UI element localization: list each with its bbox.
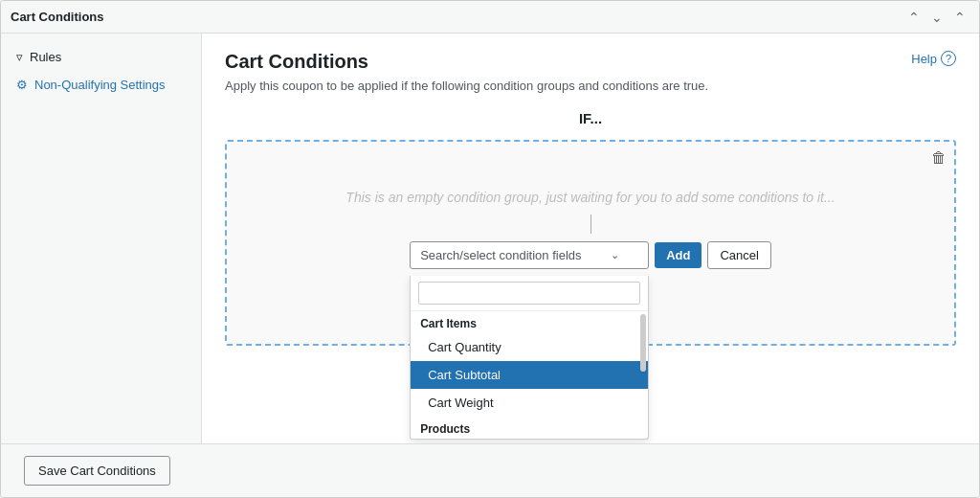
- window-title: Cart Conditions: [11, 10, 104, 24]
- help-label: Help: [911, 52, 937, 66]
- titlebar-up-btn[interactable]: ⌃: [904, 8, 924, 27]
- titlebar-expand-btn[interactable]: ⌃: [950, 8, 969, 27]
- filter-icon: ▿: [16, 50, 23, 64]
- dropdown-item-cart-subtotal[interactable]: Cart Subtotal: [411, 361, 648, 389]
- titlebar: Cart Conditions ⌃ ⌄ ⌃: [1, 1, 979, 34]
- dropdown-item-cart-weight[interactable]: Cart Weight: [411, 389, 648, 417]
- content-header: Cart Conditions Help ?: [225, 51, 956, 73]
- help-link[interactable]: Help ?: [911, 51, 956, 66]
- delete-group-button[interactable]: 🗑: [931, 149, 947, 167]
- content-area: Cart Conditions Help ? Apply this coupon…: [202, 34, 979, 443]
- subtitle: Apply this coupon to be applied if the f…: [225, 79, 956, 93]
- cancel-button[interactable]: Cancel: [707, 241, 770, 269]
- condition-group-inner: This is an empty condition group, just w…: [227, 142, 954, 344]
- sidebar-label-rules: Rules: [30, 50, 61, 64]
- app-window: Cart Conditions ⌃ ⌄ ⌃ ▿ Rules ⚙ Non-Qual…: [0, 0, 980, 498]
- dropdown-list: Cart Items Cart Quantity Cart Subtotal C…: [411, 311, 648, 439]
- main-layout: ▿ Rules ⚙ Non-Qualifying Settings Cart C…: [1, 34, 979, 443]
- chevron-down-icon: ⌄: [611, 249, 619, 261]
- sidebar-item-non-qualifying[interactable]: ⚙ Non-Qualifying Settings: [1, 71, 201, 99]
- empty-group-text: This is an empty condition group, just w…: [345, 161, 835, 215]
- sidebar: ▿ Rules ⚙ Non-Qualifying Settings: [1, 34, 202, 443]
- sidebar-item-rules[interactable]: ▿ Rules: [1, 43, 201, 71]
- dropdown-search-area: [411, 276, 648, 311]
- condition-select-display[interactable]: Search/select condition fields ⌄: [410, 241, 649, 269]
- add-button[interactable]: Add: [655, 242, 702, 268]
- condition-select-wrapper: Search/select condition fields ⌄ Cart It…: [410, 241, 649, 269]
- dropdown-group-cart-items: Cart Items: [411, 311, 648, 333]
- sidebar-label-non-qualifying: Non-Qualifying Settings: [34, 78, 166, 92]
- dropdown-scrollbar[interactable]: [640, 314, 646, 372]
- dropdown-search-input[interactable]: [418, 282, 640, 305]
- dropdown-group-products: Products: [411, 417, 648, 439]
- connector-line: [590, 215, 591, 234]
- condition-dropdown: Cart Items Cart Quantity Cart Subtotal C…: [410, 276, 649, 440]
- titlebar-down-btn[interactable]: ⌄: [927, 8, 947, 27]
- save-cart-conditions-button[interactable]: Save Cart Conditions: [24, 456, 170, 486]
- add-condition-row: Search/select condition fields ⌄ Cart It…: [410, 241, 771, 286]
- page-title: Cart Conditions: [225, 51, 368, 73]
- condition-group: 🗑 This is an empty condition group, just…: [225, 140, 956, 346]
- titlebar-controls: ⌃ ⌄ ⌃: [904, 8, 969, 27]
- dropdown-item-cart-quantity[interactable]: Cart Quantity: [411, 333, 648, 361]
- gear-icon: ⚙: [16, 78, 28, 92]
- condition-select-label: Search/select condition fields: [420, 248, 581, 262]
- if-label: IF...: [225, 110, 956, 126]
- help-icon: ?: [941, 51, 956, 66]
- footer: Save Cart Conditions: [1, 443, 979, 497]
